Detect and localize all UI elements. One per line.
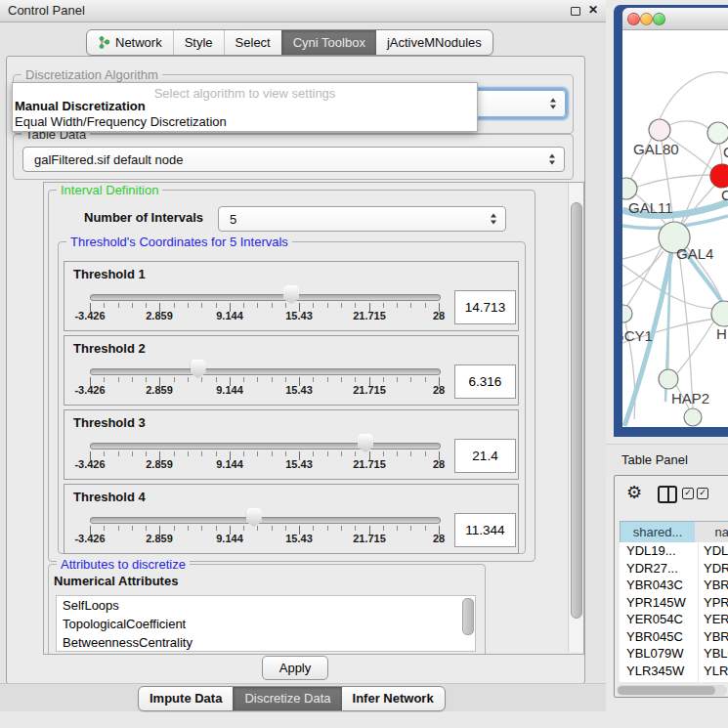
settings-scrollpane: Interval Definition Number of Intervals … (43, 182, 584, 655)
tab-cyni-toolbox[interactable]: Cyni Toolbox (281, 30, 376, 55)
tab-impute-data[interactable]: Impute Data (139, 687, 233, 710)
table-panel-title: Table Panel (621, 452, 688, 467)
numerical-attributes-label: Numerical Attributes (54, 574, 178, 588)
network-canvas[interactable]: GAL80 GA C GAL11 GAL4 GCY1 H HAP2 (622, 30, 728, 427)
tab-select[interactable]: Select (224, 30, 281, 55)
list-item[interactable]: TopologicalCoefficient (57, 615, 475, 633)
table-row[interactable]: YPR145WYPR1 (620, 594, 728, 612)
settings-scrollbar-thumb[interactable] (571, 202, 582, 619)
threshold-3-slider-track[interactable] (90, 443, 441, 450)
table-row[interactable]: YDL19...YDL1 (620, 542, 728, 560)
threshold-2-panel: Threshold 2 -3.426 2.859 9.144 15.43 21.… (64, 335, 519, 406)
split-columns-icon[interactable] (658, 486, 677, 503)
column-header-name[interactable]: na (695, 521, 728, 543)
table-row[interactable]: YDR27...YDR2 (620, 560, 728, 578)
threshold-4-slider-thumb[interactable] (246, 508, 262, 527)
threshold-4-slider-track[interactable] (90, 517, 441, 524)
node-label: H (716, 325, 727, 342)
float-window-icon[interactable] (571, 7, 580, 16)
network-window-titlebar (622, 8, 728, 30)
table-row[interactable]: YBR043CYBR0 (620, 577, 728, 594)
threshold-1-slider-thumb[interactable] (283, 285, 299, 304)
tab-network[interactable]: Network (87, 30, 173, 55)
tab-network-label: Network (115, 30, 162, 55)
combo-arrows-icon (549, 154, 555, 165)
node-label: GA (723, 144, 728, 160)
tab-infer-network[interactable]: Infer Network (342, 687, 445, 710)
num-intervals-value: 5 (230, 212, 236, 227)
threshold-2-slider-thumb[interactable] (191, 360, 206, 378)
list-item[interactable]: SelfLoops (57, 596, 475, 615)
table-row[interactable]: YBL079WYBL0 (620, 645, 728, 663)
table-row[interactable]: YBR045CYBR0 (620, 628, 728, 646)
discretization-algorithm-label: Discretization Algorithm (21, 67, 162, 82)
slider-major-ticks (90, 526, 440, 535)
network-graph: GAL80 GA C GAL11 GAL4 GCY1 H HAP2 (622, 30, 728, 427)
table-horizontal-scrollbar (617, 685, 727, 696)
network-view-window: GAL80 GA C GAL11 GAL4 GCY1 H HAP2 (614, 5, 728, 437)
threshold-3-value-field[interactable]: 21.4 (454, 439, 516, 473)
list-item[interactable]: BetweennessCentrality (57, 633, 475, 652)
threshold-1-value-field[interactable]: 14.713 (454, 290, 516, 324)
checkbox-icon[interactable]: ✓ (682, 488, 694, 499)
threshold-4-label: Threshold 4 (73, 490, 146, 504)
top-tab-bar: Network Style Select Cyni Toolbox jActiv… (86, 29, 493, 56)
control-panel-window: Control Panel ✕ Network Style Select Cyn… (0, 0, 606, 711)
gear-icon[interactable]: ⚙ (626, 484, 642, 501)
dropdown-option-manual[interactable]: Manual Discretization (15, 99, 146, 113)
node-gcy1[interactable] (622, 305, 632, 322)
tab-style[interactable]: Style (173, 30, 224, 55)
node-red-selected[interactable] (710, 164, 728, 188)
num-intervals-label: Number of Intervals (84, 210, 203, 225)
threshold-1-label: Threshold 1 (73, 267, 146, 281)
control-panel-title: Control Panel (8, 3, 85, 18)
node-label: C (721, 187, 728, 203)
table-panel-titlebar: Table Panel (606, 444, 728, 474)
threshold-3-slider-thumb[interactable] (358, 434, 373, 452)
close-icon[interactable]: ✕ (588, 3, 598, 17)
table-row[interactable]: YLR345WYLR3 (620, 663, 728, 680)
node-label: GAL11 (628, 199, 673, 216)
node-bottom[interactable] (684, 408, 702, 426)
close-traffic-light[interactable] (627, 13, 640, 25)
thresholds-group-label: Threshold's Coordinates for 5 Intervals (66, 235, 292, 249)
node-gal11[interactable] (622, 178, 637, 199)
threshold-2-label: Threshold 2 (73, 341, 146, 356)
combo-arrows-icon (550, 99, 556, 109)
table-data-combo[interactable]: galFiltered.sif default node (22, 147, 565, 172)
settings-scrollbar (568, 183, 583, 652)
node-label: GAL80 (633, 141, 679, 157)
node-label: HAP2 (671, 390, 709, 407)
threshold-1-panel: Threshold 1 -3.426 2.859 9.144 15.43 21.… (64, 261, 519, 331)
slider-major-ticks (90, 451, 440, 460)
minimize-traffic-light[interactable] (640, 13, 653, 25)
column-header-shared-name[interactable]: shared... (620, 521, 696, 543)
node-hap2[interactable] (659, 369, 678, 389)
algorithm-dropdown-popup: Select algorithm to view settings Manual… (12, 82, 478, 132)
slider-major-ticks (90, 377, 440, 386)
node-ga-partial[interactable] (707, 122, 728, 144)
threshold-2-value-field[interactable]: 6.316 (454, 364, 516, 399)
node-gal80[interactable] (649, 119, 670, 141)
list-scrollbar-thumb[interactable] (462, 598, 474, 635)
table-data-combo-value: galFiltered.sif default node (34, 152, 183, 167)
table-row[interactable]: YER054CYER0 (620, 611, 728, 628)
control-panel-titlebar: Control Panel ✕ (0, 0, 606, 22)
apply-button[interactable]: Apply (262, 656, 328, 680)
table-row[interactable]: YIL052CYIL0 (620, 679, 728, 682)
zoom-traffic-light[interactable] (653, 13, 665, 25)
threshold-4-value-field[interactable]: 11.344 (454, 513, 516, 547)
node-h-partial[interactable] (711, 301, 728, 326)
checkbox-icon[interactable]: ✓ (697, 488, 708, 499)
node-label: GCY1 (622, 327, 653, 344)
dropdown-option-equal-width[interactable]: Equal Width/Frequency Discretization (15, 114, 227, 129)
numerical-attributes-list: SelfLoops TopologicalCoefficient Between… (56, 595, 476, 652)
threshold-4-panel: Threshold 4 -3.426 2.859 9.144 15.43 21.… (64, 484, 519, 554)
table-scrollbar-thumb[interactable] (618, 686, 715, 695)
tab-jactivemnodules[interactable]: jActiveMNodules (376, 30, 492, 55)
spinner-arrows-icon (491, 214, 496, 225)
tab-discretize-data[interactable]: Discretize Data (233, 687, 341, 710)
threshold-2-slider-track[interactable] (90, 368, 441, 375)
threshold-1-slider-track[interactable] (90, 294, 441, 301)
num-intervals-spinner[interactable]: 5 (218, 206, 506, 232)
